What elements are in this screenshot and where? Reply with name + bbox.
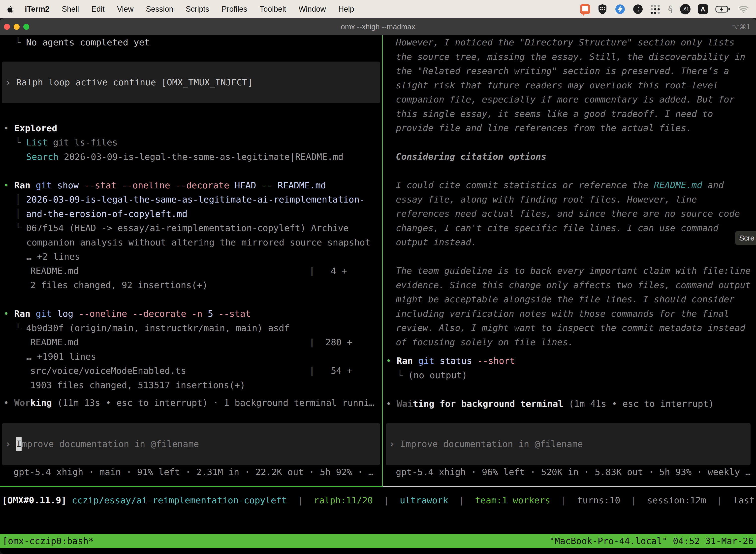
- terminal-row: companion analysis without altering the …: [0, 235, 382, 250]
- prompt-input-box[interactable]: › Improve documentation in @filename: [386, 423, 751, 465]
- terminal-row: 2 files changed, 92 insertions(+): [0, 278, 382, 292]
- left-terminal-pane[interactable]: └ No agents completed yet› Ralph loop ac…: [0, 35, 382, 486]
- menu-item-session[interactable]: Session: [146, 5, 173, 14]
- dragon-icon[interactable]: §: [668, 4, 673, 15]
- terminal-row: references need actual files, and since …: [385, 207, 754, 221]
- terminal-row: [385, 164, 754, 178]
- spacer: [0, 410, 382, 423]
- terminal-row: [0, 164, 382, 178]
- terminal-row: • Working (11m 13s • esc to interrupt) ·…: [0, 396, 382, 410]
- omx-status-line: [OMX#0.11.9] cczip/essay/ai-reimplementa…: [2, 493, 756, 508]
- spacer: [0, 103, 382, 121]
- terminal-row: gpt-5.4 xhigh · 96% left · 520K in · 5.8…: [385, 465, 754, 479]
- terminal-row: └ (no output): [385, 368, 754, 383]
- crescent-circle-icon[interactable]: [633, 4, 643, 14]
- terminal-row: [0, 292, 382, 307]
- window-title-bar[interactable]: omx --xhigh --madmax ⌥⌘1: [0, 18, 756, 35]
- battery-charging-icon[interactable]: [715, 5, 731, 13]
- terminal-row: • Ran git status --short: [385, 354, 754, 368]
- pane-divider-vertical[interactable]: [382, 35, 383, 486]
- terminal-row: Search 2026-03-09-is-legal-the-same-as-l…: [0, 150, 382, 164]
- menubar-status-icons: § ..61 A: [580, 4, 749, 15]
- prompt-input-box[interactable]: › Ralph loop active continue [OMX_TMUX_I…: [2, 62, 380, 103]
- terminal-row: I could cite commit statistics or refere…: [385, 178, 754, 192]
- menu-item-scripts[interactable]: Scripts: [186, 5, 209, 14]
- terminal-row: • Ran git log --oneline --decorate -n 5 …: [0, 307, 382, 321]
- terminal-row: 1903 files changed, 513517 insertions(+): [0, 378, 382, 392]
- terminal-row: › Improve documentation in @filename: [2, 437, 380, 451]
- pane-divider-horizontal-right: [383, 486, 756, 487]
- terminal-row: Considering citation options: [385, 150, 754, 164]
- terminal-row: │ 2026-03-09-is-legal-the-same-as-legiti…: [0, 192, 382, 207]
- terminal-row: [385, 382, 754, 397]
- spacer: [385, 349, 754, 354]
- right-terminal-pane[interactable]: However, I noticed the "Directory Struct…: [385, 35, 754, 486]
- macos-menu-bar: iTerm2ShellEditViewSessionScriptsProfile…: [0, 0, 756, 18]
- terminal-row: slight risk that future readers may over…: [385, 78, 754, 93]
- terminal-row: • Waiting for background terminal (1m 41…: [385, 397, 754, 411]
- keyboard-layout-badge[interactable]: A: [698, 4, 708, 14]
- terminal-row: › Ralph loop active continue [OMX_TMUX_I…: [2, 75, 380, 90]
- iterm2-window: omx --xhigh --madmax ⌥⌘1 └ No agents com…: [0, 18, 756, 554]
- menu-item-toolbelt[interactable]: Toolbelt: [260, 5, 286, 14]
- terminal-row: … +2 lines: [0, 250, 382, 264]
- terminal-row: output instead.: [385, 235, 754, 250]
- terminal-row: essay file, along with finding root file…: [385, 192, 754, 207]
- terminal-row: │ and-the-erosion-of-copyleft.md: [0, 207, 382, 221]
- menu-item-profiles[interactable]: Profiles: [222, 5, 247, 14]
- window-title: omx --xhigh --madmax: [0, 22, 756, 31]
- terminal-row: └ 4b9d30f (origin/main, instructkr/main,…: [0, 321, 382, 335]
- menu-item-shell[interactable]: Shell: [62, 5, 79, 14]
- spacer: [0, 50, 382, 62]
- terminal-row: including verification notes with those …: [385, 307, 754, 321]
- terminal-row: └ List git ls-files: [0, 135, 382, 150]
- terminal-row: of focusing solely on file lines.: [385, 335, 754, 349]
- menu-item-iterm2[interactable]: iTerm2: [25, 5, 49, 14]
- spacer: [385, 411, 754, 423]
- terminal-row: … +1901 lines: [0, 349, 382, 364]
- timer-badge[interactable]: ..61: [680, 4, 691, 14]
- wifi-icon[interactable]: [738, 5, 749, 13]
- terminal-row: The team guideline is to back every impo…: [385, 264, 754, 278]
- terminal-row: README.md| 4 +: [0, 264, 382, 278]
- pane-divider-horizontal-left: [0, 486, 383, 487]
- terminal-row: [385, 250, 754, 264]
- terminal-row: However, I noticed the "Directory Struct…: [385, 35, 754, 50]
- apple-menu-icon[interactable]: [7, 5, 14, 13]
- terminal-row: evidence. Since this change only affects…: [385, 278, 754, 292]
- terminal-row: might be acceptable alongside the file l…: [385, 292, 754, 307]
- prompt-input-box[interactable]: › Improve documentation in @filename: [2, 423, 380, 465]
- menu-item-view[interactable]: View: [117, 5, 134, 14]
- blue-bolt-icon[interactable]: [615, 4, 625, 14]
- terminal-row: gpt-5.4 xhigh · main · 91% left · 2.31M …: [0, 465, 382, 479]
- terminal-row: › Improve documentation in @filename: [386, 437, 751, 451]
- terminal-row: └ No agents completed yet: [0, 35, 382, 50]
- terminal-row: README.md| 280 +: [0, 335, 382, 349]
- spacer: [0, 392, 382, 396]
- window-shortcut-hint: ⌥⌘1: [732, 23, 751, 31]
- terminal-row: the source tree, missing the essay. Stil…: [385, 50, 754, 64]
- shield-grid-icon[interactable]: [597, 4, 608, 15]
- menu-item-edit[interactable]: Edit: [91, 5, 105, 14]
- terminal-row: companion file, especially if more comme…: [385, 92, 754, 107]
- terminal-row: the "Related research writing" section i…: [385, 64, 754, 78]
- tmux-host-clock: "MacBook-Pro-44.local" 04:52 31-Mar-26: [549, 536, 754, 546]
- dots-grid-icon[interactable]: [650, 4, 660, 14]
- menu-item-help[interactable]: Help: [338, 5, 354, 14]
- terminal-row: • Ran git show --stat --oneline --decora…: [0, 178, 382, 192]
- menu-items: iTerm2ShellEditViewSessionScriptsProfile…: [25, 5, 354, 14]
- screen-record-chat-icon[interactable]: [580, 4, 590, 14]
- terminal-content: └ No agents completed yet› Ralph loop ac…: [0, 35, 756, 554]
- tmux-status-bar: [omx-cczip0:bash* "MacBook-Pro-44.local"…: [0, 534, 756, 548]
- tmux-session-label: [omx-cczip0:bash*: [2, 536, 94, 546]
- terminal-row: └ 067f154 (HEAD -> essay/ai-reimplementa…: [0, 221, 382, 235]
- menu-item-window[interactable]: Window: [299, 5, 326, 14]
- terminal-row: • Explored: [0, 121, 382, 135]
- screen-share-tooltip[interactable]: Scre: [735, 231, 756, 245]
- terminal-row: changes, I can't cite specific file line…: [385, 221, 754, 235]
- terminal-row: [385, 135, 754, 150]
- terminal-row: src/voice/voiceModeEnabled.ts| 54 +: [0, 364, 382, 378]
- terminal-row: provide file and line references from th…: [385, 121, 754, 135]
- terminal-row: this single essay, it seems like a good …: [385, 107, 754, 121]
- terminal-row: review. Also, I might want to inspect th…: [385, 321, 754, 335]
